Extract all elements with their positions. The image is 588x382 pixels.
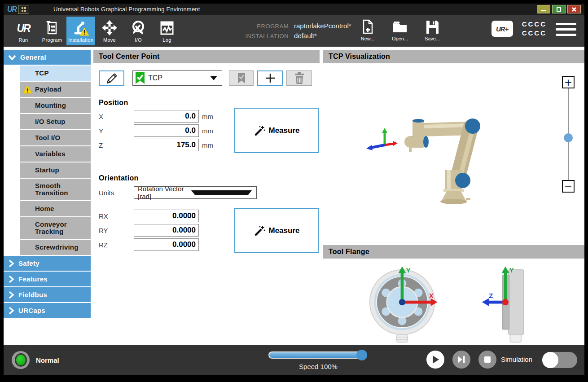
rename-tcp-button[interactable] bbox=[99, 70, 124, 86]
item-label: Mounting bbox=[35, 102, 66, 110]
step-button[interactable] bbox=[452, 351, 470, 369]
save-button[interactable]: Save... bbox=[419, 19, 445, 41]
minimize-button[interactable] bbox=[537, 5, 550, 13]
measure-label: Measure bbox=[269, 226, 300, 235]
sidebar-item-io-setup[interactable]: I/O Setup bbox=[20, 114, 91, 129]
rz-input[interactable] bbox=[134, 238, 199, 251]
add-tcp-button[interactable] bbox=[257, 70, 283, 86]
sidebar: General TCP ! Payload Mounting I/O Setup… bbox=[4, 50, 91, 345]
z-position-input[interactable] bbox=[134, 139, 199, 151]
installation-icon: ! bbox=[72, 19, 89, 37]
y-position-input[interactable] bbox=[134, 124, 199, 137]
zoom-slider-handle[interactable] bbox=[564, 133, 573, 142]
svg-text:!: ! bbox=[83, 29, 86, 36]
sidebar-item-home[interactable]: Home bbox=[20, 201, 91, 216]
tcp-select-dropdown[interactable]: TCP bbox=[132, 70, 222, 86]
delete-tcp-button[interactable] bbox=[286, 70, 312, 86]
play-button[interactable] bbox=[426, 351, 444, 369]
x-position-input[interactable] bbox=[134, 110, 199, 123]
set-default-tcp-button[interactable] bbox=[229, 70, 254, 86]
tcp-selected-value: TCP bbox=[148, 74, 210, 82]
tool-flange-view: Y X Y Z bbox=[323, 259, 584, 345]
sidebar-item-payload[interactable]: ! Payload bbox=[20, 82, 91, 97]
title-bar: UR Universal Robots Graphical Programmin… bbox=[4, 4, 584, 15]
tab-io[interactable]: I/O bbox=[124, 17, 153, 45]
wand-icon bbox=[254, 125, 265, 136]
hamburger-menu-icon[interactable] bbox=[556, 22, 576, 36]
section-label: General bbox=[20, 53, 46, 61]
section-label: Safety bbox=[18, 259, 39, 267]
tab-move[interactable]: Move bbox=[95, 17, 124, 45]
simulation-label: Simulation bbox=[501, 356, 532, 363]
speed-slider-handle[interactable] bbox=[356, 350, 367, 360]
axis-y-label: Y bbox=[509, 266, 514, 274]
sidebar-item-smooth-transition[interactable]: Smooth Transition bbox=[20, 179, 91, 200]
speed-slider[interactable] bbox=[268, 351, 366, 359]
sidebar-item-conveyor-tracking[interactable]: Conveyor Tracking bbox=[20, 217, 91, 239]
new-button[interactable]: New... bbox=[355, 19, 381, 41]
pencil-icon bbox=[105, 71, 118, 85]
svg-text:!: ! bbox=[26, 88, 28, 94]
toolbar-right: UR+ CCCC CCCC bbox=[491, 20, 576, 38]
sidebar-item-mounting[interactable]: Mounting bbox=[20, 98, 91, 113]
step-forward-icon bbox=[457, 356, 466, 364]
open-button[interactable]: Open... bbox=[387, 19, 413, 41]
measure-orientation-button[interactable]: Measure bbox=[234, 208, 319, 253]
robot-status[interactable]: Normal bbox=[12, 351, 59, 369]
stop-button[interactable] bbox=[478, 351, 496, 369]
item-label: Payload bbox=[35, 86, 61, 93]
tab-installation[interactable]: ! Installation bbox=[66, 17, 95, 45]
sidebar-section-urcaps[interactable]: URCaps bbox=[4, 303, 91, 318]
chevron-right-icon bbox=[8, 307, 14, 315]
position-fields: X mm Y mm Z mm bbox=[99, 110, 320, 151]
tab-label: Move bbox=[103, 37, 116, 43]
units-dropdown[interactable]: Rotation Vector [rad] bbox=[134, 186, 257, 199]
sidebar-item-startup[interactable]: Startup bbox=[20, 162, 91, 178]
footer-bar: Normal Speed 100% Simulation bbox=[4, 345, 584, 375]
zoom-out-button[interactable]: − bbox=[562, 180, 575, 193]
section-label: URCaps bbox=[18, 307, 45, 314]
window-title: Universal Robots Graphical Programming E… bbox=[53, 6, 200, 13]
ry-label: RY bbox=[99, 227, 134, 234]
app-window: UR Universal Robots Graphical Programmin… bbox=[4, 4, 584, 375]
tab-run[interactable]: UR Run bbox=[9, 17, 38, 45]
sidebar-section-fieldbus[interactable]: Fieldbus bbox=[4, 287, 91, 302]
measure-position-button[interactable]: Measure bbox=[234, 108, 319, 153]
minimize-icon bbox=[540, 7, 547, 12]
ry-input[interactable] bbox=[134, 224, 199, 237]
tab-label: I/O bbox=[135, 37, 142, 43]
sidebar-section-safety[interactable]: Safety bbox=[4, 256, 91, 271]
simulation-toggle[interactable] bbox=[542, 352, 577, 368]
zoom-in-button[interactable]: + bbox=[562, 76, 575, 88]
new-label: New... bbox=[361, 36, 375, 41]
open-folder-icon bbox=[392, 19, 408, 35]
tab-label: Program bbox=[42, 37, 62, 43]
sidebar-item-variables[interactable]: Variables bbox=[20, 146, 91, 162]
item-label: I/O Setup bbox=[35, 118, 66, 126]
tab-program[interactable]: Program bbox=[38, 17, 66, 45]
speed-label: Speed 100% bbox=[268, 363, 368, 370]
chevron-down-icon bbox=[191, 190, 252, 195]
axis-x-label: X bbox=[429, 292, 434, 299]
sidebar-section-general[interactable]: General bbox=[4, 50, 91, 65]
robot-arm-graphic bbox=[323, 63, 581, 244]
account-text: CCCC CCCC bbox=[522, 20, 547, 38]
save-label: Save... bbox=[425, 36, 440, 41]
sidebar-item-tcp[interactable]: TCP bbox=[20, 66, 91, 81]
tab-log[interactable]: Log bbox=[153, 17, 181, 45]
chevron-down-icon bbox=[210, 76, 217, 80]
window-menu-button[interactable] bbox=[18, 5, 29, 14]
sidebar-section-features[interactable]: Features bbox=[4, 272, 91, 286]
program-info: PROGRAM raptorlakePcontrol* INSTALLATION… bbox=[208, 22, 351, 40]
close-button[interactable] bbox=[567, 5, 581, 13]
chevron-right-icon bbox=[8, 259, 14, 268]
rx-label: RX bbox=[99, 212, 134, 220]
io-icon bbox=[130, 19, 147, 37]
maximize-button[interactable] bbox=[552, 5, 566, 13]
robot-3d-view[interactable]: + − bbox=[323, 63, 584, 244]
urplus-badge[interactable]: UR+ bbox=[491, 21, 513, 37]
sidebar-item-screwdriving[interactable]: Screwdriving bbox=[20, 240, 91, 255]
sidebar-item-tool-io[interactable]: Tool I/O bbox=[20, 130, 91, 145]
new-file-icon bbox=[360, 19, 375, 35]
rx-input[interactable] bbox=[134, 210, 199, 222]
